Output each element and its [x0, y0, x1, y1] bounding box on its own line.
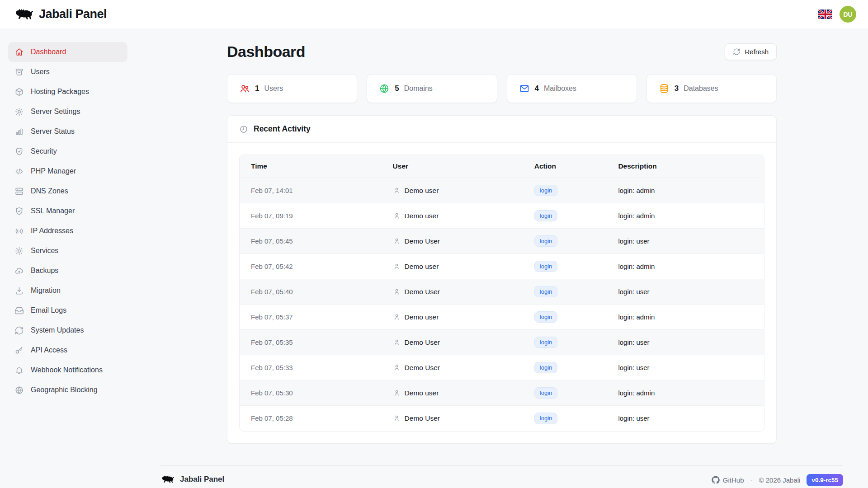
sidebar-item[interactable]: Backups	[8, 261, 127, 281]
recent-activity-title: Recent Activity	[254, 124, 311, 134]
sidebar-item[interactable]: Migration	[8, 281, 127, 300]
action-badge: login	[534, 286, 557, 298]
sidebar-item[interactable]: Server Settings	[8, 102, 127, 122]
activity-time: Feb 07, 09:19	[240, 203, 389, 229]
sidebar-item[interactable]: Geographic Blocking	[8, 380, 127, 400]
sidebar-item[interactable]: SSL Manager	[8, 201, 127, 221]
sidebar-item-label: Users	[31, 68, 50, 76]
sidebar-item-icon	[14, 206, 24, 216]
sidebar-item-label: Backups	[31, 267, 58, 275]
activity-user-name: Demo User	[405, 338, 440, 347]
activity-time: Feb 07, 05:30	[240, 380, 389, 406]
action-badge: login	[534, 362, 557, 374]
github-link[interactable]: GitHub	[712, 476, 744, 484]
person-icon	[393, 389, 401, 397]
sidebar-item-icon	[14, 346, 24, 355]
column-action: Action	[531, 155, 615, 178]
action-badge: login	[534, 261, 557, 272]
footer-brand: Jabali Panel	[160, 474, 224, 485]
activity-user: Demo user	[393, 313, 527, 321]
activity-time: Feb 07, 05:28	[240, 406, 389, 431]
activity-user: Demo user	[393, 389, 527, 397]
activity-row: Feb 07, 05:33 Demo User login login: us	[240, 355, 764, 380]
user-avatar[interactable]: DU	[840, 6, 856, 23]
sidebar-item-label: System Updates	[31, 326, 84, 334]
activity-row: Feb 07, 05:37 Demo user login login: ad	[240, 305, 764, 330]
activity-user-name: Demo User	[405, 288, 440, 296]
sidebar-item[interactable]: Server Status	[8, 122, 127, 141]
sidebar-item[interactable]: Hosting Packages	[8, 82, 127, 102]
sidebar-item-label: DNS Zones	[31, 187, 68, 195]
topbar-right: DU	[818, 6, 856, 23]
stat-label: Databases	[684, 84, 718, 93]
github-label: GitHub	[723, 476, 744, 484]
activity-time: Feb 07, 05:40	[240, 279, 389, 305]
activity-row: Feb 07, 05:30 Demo user login login: ad	[240, 380, 764, 406]
column-user: User	[389, 155, 531, 178]
sidebar-item-icon	[14, 187, 24, 196]
activity-user: Demo User	[393, 414, 527, 422]
sidebar-item[interactable]: PHP Manager	[8, 161, 127, 181]
footer-meta: GitHub · © 2026 Jabali v0.9-rc55	[712, 474, 843, 486]
action-badge: login	[534, 311, 557, 323]
stat-value: 1	[255, 84, 259, 93]
uk-flag-icon[interactable]	[818, 9, 832, 19]
sidebar-item-label: Server Status	[31, 127, 75, 136]
sidebar-item[interactable]: Security	[8, 141, 127, 161]
action-badge: login	[534, 210, 557, 222]
sidebar-item[interactable]: Email Logs	[8, 300, 127, 320]
stat-value: 4	[535, 84, 539, 93]
sidebar-item[interactable]: Webhook Notifications	[8, 360, 127, 380]
activity-row: Feb 07, 05:28 Demo User login login: us	[240, 406, 764, 431]
refresh-button[interactable]: Refresh	[725, 43, 777, 60]
activity-user: Demo user	[393, 212, 527, 220]
sidebar-item[interactable]: Users	[8, 62, 127, 82]
activity-row: Feb 07, 05:45 Demo User login login: us	[240, 229, 764, 254]
action-badge: login	[534, 413, 557, 424]
sidebar-item-icon	[14, 306, 24, 315]
sidebar-item-icon	[14, 47, 24, 57]
page-title: Dashboard	[227, 43, 305, 61]
sidebar-item[interactable]: API Access	[8, 340, 127, 360]
sidebar-item-icon	[14, 286, 24, 296]
footer-brand-title: Jabali Panel	[180, 475, 224, 484]
activity-time: Feb 07, 05:37	[240, 305, 389, 330]
sidebar-item-label: Server Settings	[31, 108, 80, 116]
activity-row: Feb 07, 09:19 Demo user login login: ad	[240, 203, 764, 229]
stat-cards: 1 Users 5 Domains 4 Mailboxes	[227, 74, 777, 103]
sidebar-item-label: Webhook Notifications	[31, 366, 103, 374]
sidebar-item[interactable]: Services	[8, 241, 127, 261]
activity-time: Feb 07, 05:45	[240, 229, 389, 254]
person-icon	[393, 187, 401, 194]
sidebar: Dashboard Users Hosting Packages Server …	[0, 28, 136, 488]
sidebar-item[interactable]: IP Addresses	[8, 221, 127, 241]
sidebar-nav: Dashboard Users Hosting Packages Server …	[8, 42, 127, 400]
github-icon	[712, 476, 720, 484]
stat-value: 3	[675, 84, 679, 93]
boar-logo-icon	[14, 7, 34, 22]
sidebar-item-icon	[14, 326, 24, 335]
sidebar-item-icon	[14, 147, 24, 156]
sidebar-item[interactable]: DNS Zones	[8, 181, 127, 201]
column-time: Time	[240, 155, 389, 178]
sidebar-item-icon	[14, 127, 24, 136]
version-badge: v0.9-rc55	[807, 474, 843, 486]
activity-user-name: Demo User	[405, 237, 440, 245]
stat-icon	[239, 83, 250, 94]
recent-activity-panel: Recent Activity Time User Action Descrip…	[227, 115, 777, 444]
stat-icon	[659, 83, 670, 94]
page-head: Dashboard Refresh	[227, 43, 777, 61]
action-badge: login	[534, 337, 557, 348]
activity-user: Demo User	[393, 288, 527, 296]
activity-description: login: user	[614, 330, 764, 355]
stat-card: 4 Mailboxes	[507, 74, 637, 103]
refresh-button-label: Refresh	[745, 48, 769, 56]
sidebar-item[interactable]: System Updates	[8, 320, 127, 340]
column-description: Description	[614, 155, 764, 178]
sidebar-item-icon	[14, 167, 24, 176]
activity-user: Demo User	[393, 338, 527, 347]
top-header: Jabali Panel DU	[0, 0, 868, 28]
layout: Dashboard Users Hosting Packages Server …	[0, 28, 868, 488]
sidebar-item-label: Hosting Packages	[31, 88, 89, 96]
sidebar-item[interactable]: Dashboard	[8, 42, 127, 62]
